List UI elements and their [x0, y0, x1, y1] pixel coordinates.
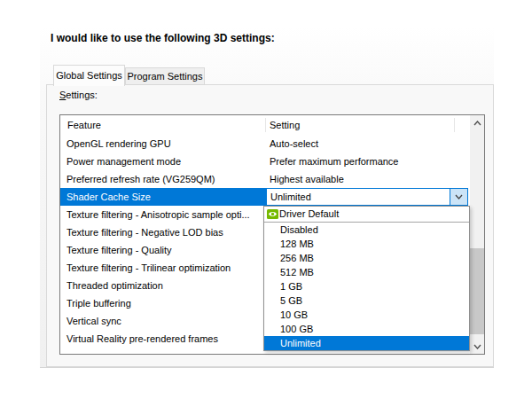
dropdown-item[interactable]: 1 GB — [264, 279, 469, 293]
feature-label: Texture filtering - Trilinear optimizati… — [66, 259, 231, 277]
dropdown-item-label: Driver Default — [279, 207, 339, 222]
dropdown-item[interactable]: 256 MB — [264, 251, 469, 265]
scroll-up-button[interactable] — [470, 115, 484, 130]
table-row[interactable]: Preferred refresh rate (VG259QM) Highest… — [60, 170, 470, 188]
chevron-down-icon — [473, 344, 481, 349]
page-background: I would like to use the following 3D set… — [0, 0, 532, 399]
combobox-value: Unlimited — [270, 189, 311, 205]
setting-value: Prefer maximum performance — [270, 153, 399, 170]
tab-global-settings[interactable]: Global Settings — [53, 65, 125, 86]
shader-cache-size-combobox[interactable]: Unlimited — [266, 188, 468, 206]
dropdown-item[interactable]: Disabled — [264, 223, 469, 237]
feature-label: Preferred refresh rate (VG259QM) — [66, 170, 215, 188]
chevron-down-icon — [455, 194, 463, 200]
column-divider — [265, 118, 266, 132]
feature-label: Texture filtering - Quality — [66, 241, 172, 259]
feature-label: Virtual Reality pre-rendered frames — [66, 330, 218, 348]
column-divider — [454, 118, 455, 132]
shader-cache-size-dropdown-list: Driver Default Disabled 128 MB 256 MB 51… — [263, 206, 470, 351]
nvidia-logo-icon — [267, 209, 278, 219]
table-row[interactable]: Power management mode Prefer maximum per… — [60, 153, 470, 170]
feature-label: OpenGL rendering GPU — [66, 135, 171, 153]
table-header: Feature Setting — [60, 115, 484, 135]
dropdown-item[interactable]: 512 MB — [264, 265, 469, 279]
column-header-setting: Setting — [270, 115, 300, 135]
dropdown-item[interactable]: 128 MB — [264, 237, 469, 251]
scroll-down-button[interactable] — [470, 339, 484, 354]
setting-value: Auto-select — [270, 135, 318, 153]
dropdown-item[interactable]: 100 GB — [264, 322, 469, 336]
feature-label: Power management mode — [66, 153, 181, 170]
feature-label: Texture filtering - Negative LOD bias — [66, 223, 223, 241]
feature-label: Vertical sync — [66, 312, 121, 330]
page-title: I would like to use the following 3D set… — [51, 32, 275, 44]
dropdown-item[interactable]: 10 GB — [264, 308, 469, 322]
feature-label: Shader Cache Size — [66, 188, 151, 206]
vertical-scrollbar[interactable] — [470, 115, 484, 354]
feature-label: Threaded optimization — [66, 277, 163, 294]
scrollbar-thumb[interactable] — [470, 248, 484, 334]
settings-label: Settings: — [59, 90, 98, 100]
table-row[interactable]: OpenGL rendering GPU Auto-select — [60, 135, 470, 153]
dropdown-item-selected[interactable]: Unlimited — [264, 336, 469, 350]
setting-value: Highest available — [270, 170, 344, 188]
dropdown-item-driver-default[interactable]: Driver Default — [264, 207, 469, 222]
chevron-up-icon — [473, 121, 481, 126]
table-row-selected[interactable]: Shader Cache Size — [60, 188, 266, 206]
feature-label: Triple buffering — [66, 294, 131, 312]
column-header-feature: Feature — [67, 115, 101, 135]
feature-label: Texture filtering - Anisotropic sample o… — [66, 206, 250, 223]
tab-program-settings[interactable]: Program Settings — [125, 67, 205, 84]
dropdown-item[interactable]: 5 GB — [264, 293, 469, 308]
combobox-dropdown-button[interactable] — [450, 189, 467, 205]
